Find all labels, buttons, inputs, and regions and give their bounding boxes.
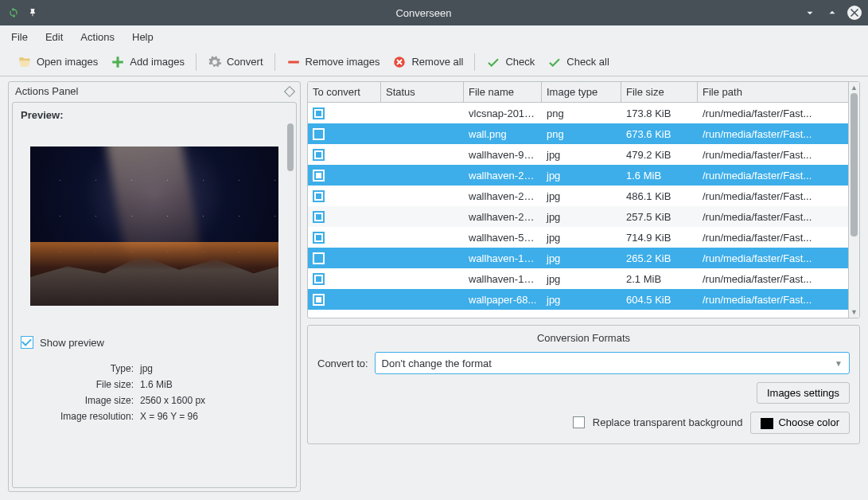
cell-checkbox[interactable] [308,128,381,140]
meta-filesize-label: File size: [21,379,140,390]
cell-image-type: jpg [542,294,621,306]
cell-checkbox[interactable] [308,170,381,182]
table-scrollbar[interactable]: ▲ ▼ [848,82,859,318]
table-row[interactable]: wallhaven-24...jpg1.6 MiB/run/media/fast… [308,165,859,186]
choose-color-button[interactable]: Choose color [750,412,850,434]
meta-resolution-label: Image resolution: [21,411,140,422]
convert-button[interactable]: Convert [201,52,270,72]
check-all-button[interactable]: Check all [541,52,615,72]
maximize-icon[interactable] [825,6,839,20]
cell-file-name: wall.png [464,128,542,140]
panel-float-icon[interactable] [284,85,295,96]
table-row[interactable]: wall.pngpng673.6 KiB/run/media/faster/Fa… [308,123,859,144]
cell-image-type: jpg [542,170,621,182]
toolbar: Open images Add images Convert Remove im… [0,48,868,76]
convert-label: Convert [227,56,263,68]
pin-icon[interactable] [25,6,40,20]
col-to-convert[interactable]: To convert [308,82,381,102]
images-settings-button[interactable]: Images settings [757,382,850,404]
preview-image [30,146,278,306]
table-row[interactable]: vlcsnap-2013...png173.8 KiB/run/media/fa… [308,103,859,123]
cell-file-size: 604.5 KiB [621,294,698,306]
remove-all-label: Remove all [411,56,463,68]
menubar: File Edit Actions Help [0,25,868,48]
cell-checkbox[interactable] [308,294,381,306]
cell-image-type: jpg [542,273,621,285]
open-images-button[interactable]: Open images [11,52,104,72]
cell-checkbox[interactable] [308,211,381,223]
table-row[interactable]: wallhaven-56...jpg714.9 KiB/run/media/fa… [308,227,859,248]
remove-all-button[interactable]: Remove all [386,52,469,72]
right-area: To convert Status File name Image type F… [307,81,860,492]
app-reload-icon[interactable] [6,6,21,20]
col-file-name[interactable]: File name [464,82,542,102]
cell-file-path: /run/media/faster/Fast... [698,211,859,223]
cell-checkbox[interactable] [308,190,381,202]
meta-imagesize-value: 2560 x 1600 px [140,395,288,406]
cell-file-name: wallhaven-24... [464,170,542,182]
meta-type-value: jpg [140,363,288,374]
table-row[interactable]: wallhaven-96...jpg479.2 KiB/run/media/fa… [308,144,859,165]
cell-file-size: 673.6 KiB [621,128,698,140]
replace-bg-checkbox[interactable] [573,416,585,428]
cell-checkbox[interactable] [308,107,381,119]
add-images-button[interactable]: Add images [104,52,191,72]
check-all-label: Check all [566,56,609,68]
cell-file-path: /run/media/faster/Fast... [698,170,859,182]
cell-file-name: wallhaven-56... [464,232,542,244]
meta-imagesize-label: Image size: [21,395,140,406]
titlebar: Converseen [0,0,868,25]
content-area: Actions Panel Preview: Show preview Ty [0,76,868,500]
actions-panel-title: Actions Panel [15,85,79,97]
table-row[interactable]: wallpaper-68...jpg604.5 KiB/run/media/fa… [308,289,859,310]
table-row[interactable]: wallhaven-10...jpg265.2 KiB/run/media/fa… [308,248,859,268]
meta-type-label: Type: [21,363,140,374]
cell-file-name: wallhaven-27... [464,211,542,223]
gear-icon [208,55,222,69]
actions-panel-scrollbar[interactable] [286,123,294,484]
convert-to-select[interactable]: Don't change the format ▼ [375,352,850,374]
table-row[interactable]: wallhaven-10...jpg2.1 MiB/run/media/fast… [308,268,859,289]
cell-checkbox[interactable] [308,149,381,161]
col-file-size[interactable]: File size [621,82,698,102]
table-row[interactable]: wallhaven-26...jpg486.1 KiB/run/media/fa… [308,186,859,206]
cell-file-path: /run/media/faster/Fast... [698,232,859,244]
cell-checkbox[interactable] [308,252,381,264]
show-preview-checkbox[interactable] [21,336,33,349]
menu-edit[interactable]: Edit [45,31,63,43]
cell-image-type: png [542,107,621,119]
cell-checkbox[interactable] [308,273,381,285]
cell-file-size: 173.8 KiB [621,107,698,119]
remove-images-button[interactable]: Remove images [280,52,387,72]
check-label: Check [505,56,535,68]
cell-checkbox[interactable] [308,232,381,244]
menu-help[interactable]: Help [132,31,154,43]
col-status[interactable]: Status [381,82,464,102]
plus-icon [111,55,125,69]
cell-file-name: wallhaven-26... [464,190,542,202]
scroll-down-icon[interactable]: ▼ [849,307,859,318]
actions-panel: Actions Panel Preview: Show preview Ty [8,81,301,492]
check-icon [486,55,500,69]
cell-file-path: /run/media/faster/Fast... [698,252,859,264]
scroll-up-icon[interactable]: ▲ [849,82,859,93]
col-image-type[interactable]: Image type [542,82,621,102]
menu-file[interactable]: File [11,31,28,43]
check-button[interactable]: Check [480,52,541,72]
cell-image-type: png [542,128,621,140]
image-metadata: Type: jpg File size: 1.6 MiB Image size:… [21,363,288,422]
table-header: To convert Status File name Image type F… [308,82,859,103]
cell-file-size: 2.1 MiB [621,273,698,285]
table-row[interactable]: wallhaven-27...jpg257.5 KiB/run/media/fa… [308,206,859,227]
menu-actions[interactable]: Actions [80,31,115,43]
preview-section-label: Preview: [21,109,288,121]
minimize-icon[interactable] [803,6,817,20]
add-images-label: Add images [130,56,185,68]
toolbar-separator [274,53,275,71]
toolbar-separator [196,53,197,71]
replace-bg-label: Replace transparent background [593,416,743,428]
col-file-path[interactable]: File path [698,82,848,102]
cell-file-path: /run/media/faster/Fast... [698,273,859,285]
minus-icon [286,55,301,69]
close-icon[interactable] [847,6,862,20]
